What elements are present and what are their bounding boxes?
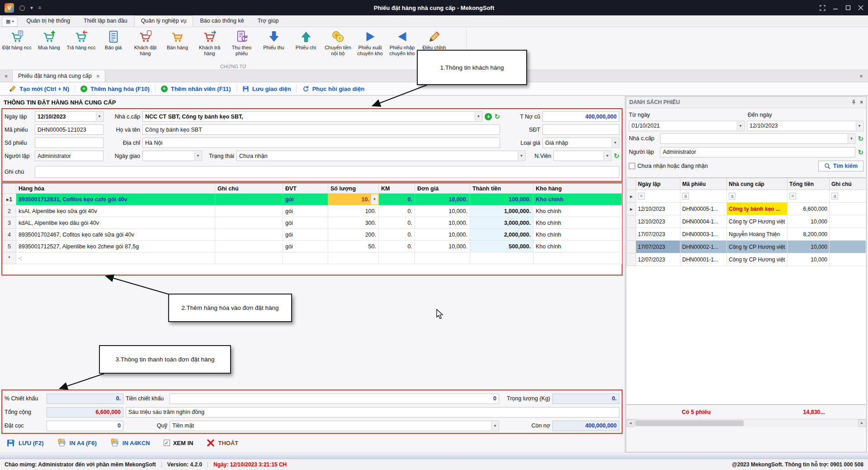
col-dvt[interactable]: ĐVT — [283, 184, 328, 194]
ribbon-button-tra-hang-ncc[interactable]: Trả hàng ncc — [65, 28, 97, 63]
cell-price[interactable]: 10,000. — [415, 205, 470, 217]
cell-total[interactable]: 10,000 — [788, 215, 830, 228]
cell-note[interactable] — [215, 252, 283, 264]
cell-note[interactable] — [215, 241, 283, 252]
chevron-down-icon[interactable]: ▼ — [491, 422, 498, 430]
refresh-icon[interactable]: ↻ — [858, 149, 863, 156]
cell-date[interactable]: 12/07/2023 — [636, 253, 680, 266]
list-item-selected[interactable]: 17/07/2023 DHN00002-1... Công ty CP Hươn… — [627, 241, 866, 253]
cell-note[interactable] — [830, 253, 866, 266]
col-tong-tien[interactable]: Tổng tiền — [788, 178, 830, 190]
cell-unit[interactable]: gói — [283, 205, 328, 217]
customize-toolbar-icon[interactable]: = — [38, 5, 41, 10]
cell-product[interactable]: -: — [16, 252, 215, 264]
horizontal-scrollbar[interactable]: ◄ ► — [627, 419, 866, 427]
filter-cell[interactable]: = — [636, 190, 680, 203]
cell-km[interactable]: 0. — [379, 194, 415, 205]
col-thanh-tien[interactable]: Thành tiền — [470, 184, 533, 194]
cell-note[interactable] — [830, 241, 866, 253]
cell-note[interactable] — [215, 217, 283, 229]
tab-bao-cao-thong-ke[interactable]: Báo cáo thống kê — [193, 15, 250, 27]
col-nha-cung-cap[interactable]: Nhà cung cấp — [727, 178, 788, 190]
cell-total[interactable] — [470, 252, 533, 264]
col-hang-hoa[interactable]: Hàng hóa — [16, 184, 215, 194]
cell-date[interactable]: 12/10/2023 — [636, 215, 680, 228]
minimize-icon[interactable] — [833, 5, 838, 10]
chevron-down-icon[interactable]: ▼ — [475, 112, 481, 121]
cell-price[interactable] — [415, 252, 470, 264]
save-button[interactable]: LƯU (F2) — [6, 438, 44, 447]
panel-close-icon[interactable]: × — [860, 99, 863, 105]
col-kho-hang[interactable]: Kho hàng — [533, 184, 622, 194]
col-ghi-chu[interactable]: Ghi chú — [830, 178, 866, 190]
print-a4kcn-button[interactable]: IN A4KCN — [110, 438, 150, 447]
refresh-supplier-icon[interactable]: ↻ — [494, 113, 500, 120]
pin-icon[interactable] — [851, 100, 856, 105]
table-row[interactable]: 3 kdAL, Alpenlibe kẹo dâu gói 40v gói 30… — [3, 217, 622, 229]
cell-note[interactable] — [215, 194, 283, 205]
table-row[interactable]: 5 8935001712527, Alpenlibe kẹo 2chew gói… — [3, 241, 622, 252]
filter-cell[interactable]: = — [788, 190, 830, 203]
cell-warehouse[interactable]: Kho chính — [533, 241, 622, 252]
filter-icon[interactable]: = — [789, 193, 796, 199]
trong-luong-input[interactable]: 0. — [552, 394, 619, 404]
trang-thai-input[interactable]: Chưa nhận▼ — [236, 151, 525, 161]
cell-warehouse[interactable]: Kho chính — [533, 217, 622, 229]
cell-code[interactable]: DHN00003-1... — [680, 228, 727, 241]
cell-total[interactable]: 3,000,000. — [470, 217, 533, 229]
tong-cong-input[interactable]: 6,600,000 — [47, 407, 123, 418]
cell-quantity[interactable]: 300. — [328, 217, 379, 229]
cell-km[interactable] — [379, 252, 415, 264]
panel-nguoi-lap-input[interactable]: Administrator — [660, 147, 855, 157]
scroll-right-icon[interactable]: ► — [858, 419, 866, 427]
quick-access-icon[interactable]: ◯ — [19, 5, 25, 11]
ribbon-button-khach-tra-hang[interactable]: Khách trả hàng — [193, 28, 226, 63]
refresh-icon[interactable]: ↻ — [858, 135, 863, 142]
ribbon-button-ban-hang[interactable]: Bán hàng — [161, 28, 193, 63]
chevron-down-icon[interactable]: ▼ — [194, 152, 201, 160]
scrollbar-thumb[interactable] — [635, 420, 744, 426]
cell-note[interactable] — [830, 215, 866, 228]
tabstrip-close-icon[interactable]: × — [0, 70, 13, 82]
ribbon-button-thu-theo-phieu[interactable]: Thu theo phiếu — [226, 28, 258, 63]
cell-supplier[interactable]: Nguyễn Hoàng Thiện — [727, 228, 788, 241]
cell-note[interactable] — [215, 205, 283, 217]
so-phieu-input[interactable] — [35, 138, 104, 148]
cell-km[interactable]: 0. — [379, 205, 415, 217]
nha-cc-input[interactable]: NCC CT SBT, Công ty bánh kẹo SBT,▼ — [142, 111, 482, 122]
checkbox-checked-icon[interactable]: ✓ — [164, 440, 170, 446]
cell-warehouse[interactable]: Kho chính — [533, 229, 622, 241]
nguoi-lap-input[interactable]: Administrator — [35, 151, 104, 161]
cell-total[interactable]: 6,600,000 — [788, 203, 830, 215]
cell-supplier[interactable]: Công ty CP Hương việt — [727, 215, 788, 228]
cell-code[interactable]: DHN00005-1... — [680, 203, 727, 215]
tien-chiet-khau-input[interactable]: 0 — [170, 394, 499, 404]
table-row[interactable]: ▸1 8935001712831, Cofitos kẹo cafe gói 4… — [3, 194, 622, 205]
cell-date[interactable]: 12/10/2023 — [636, 203, 680, 215]
ribbon-button-mua-hang[interactable]: Mua hàng — [33, 28, 65, 63]
chevron-down-icon[interactable]: ▼ — [737, 122, 744, 130]
cell-product[interactable]: 8935001712527, Alpenlibe kẹo 2chew gói 8… — [16, 241, 215, 252]
quick-access-dropdown-icon[interactable]: ▾ — [30, 5, 33, 11]
refresh-employee-icon[interactable]: ↻ — [613, 152, 619, 159]
table-row[interactable]: 2 ksAl, Alpenlibe kẹo sữa gói 40v gói 10… — [3, 205, 622, 217]
chevron-down-icon[interactable]: ▼ — [604, 152, 610, 160]
chevron-down-icon[interactable]: ▼ — [612, 138, 618, 147]
cell-quantity[interactable]: 50. — [328, 241, 379, 252]
chevron-down-icon[interactable]: ▼ — [96, 112, 103, 121]
chevron-down-icon[interactable]: ▼ — [848, 134, 854, 143]
loai-gia-input[interactable]: Giá nhập▼ — [542, 138, 619, 148]
print-a4-button[interactable]: IN A4 (F6) — [57, 438, 97, 447]
tu-ngay-input[interactable]: 01/10/2021▼ — [629, 121, 745, 131]
tab-tro-giup[interactable]: Trợ giúp — [251, 15, 286, 27]
tabstrip-right-close-icon[interactable]: × — [854, 70, 868, 82]
cell-note[interactable] — [215, 229, 283, 241]
add-supplier-icon[interactable]: + — [485, 113, 492, 120]
cell-product[interactable]: 8935001712831, Cofitos kẹo cafe gói 40v — [16, 194, 215, 205]
cell-quantity[interactable] — [328, 252, 379, 264]
filter-icon[interactable]: a — [729, 193, 736, 199]
chevron-down-icon[interactable]: ▼ — [518, 152, 524, 160]
cell-warehouse[interactable] — [533, 252, 622, 264]
xem-in-checkbox[interactable]: ✓ XEM IN — [164, 440, 193, 446]
cell-total[interactable]: 2,000,000. — [470, 229, 533, 241]
